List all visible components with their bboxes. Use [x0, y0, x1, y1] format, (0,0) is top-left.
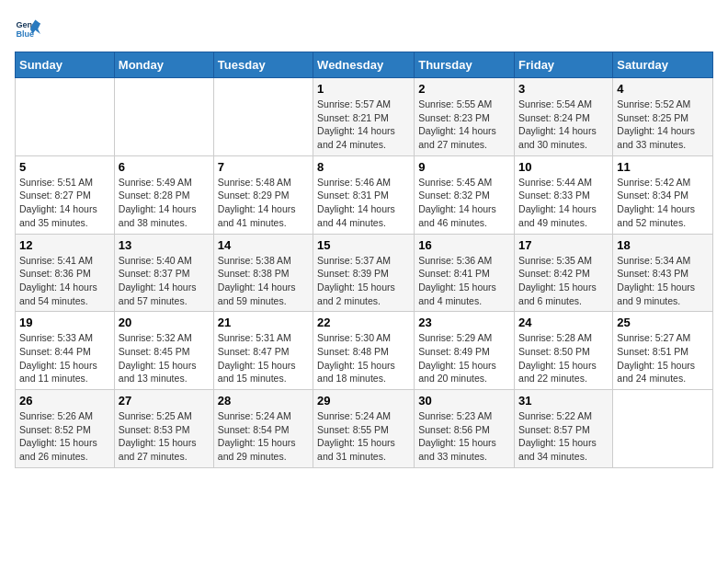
- calendar-cell: 27Sunrise: 5:25 AMSunset: 8:53 PMDayligh…: [114, 390, 213, 468]
- day-info: Sunrise: 5:52 AMSunset: 8:25 PMDaylight:…: [617, 98, 709, 152]
- day-info: Sunrise: 5:46 AMSunset: 8:31 PMDaylight:…: [317, 176, 410, 230]
- day-info: Sunrise: 5:37 AMSunset: 8:39 PMDaylight:…: [317, 254, 410, 308]
- day-number: 29: [317, 394, 410, 408]
- day-number: 28: [218, 394, 309, 408]
- day-number: 13: [119, 238, 210, 252]
- day-info: Sunrise: 5:32 AMSunset: 8:45 PMDaylight:…: [119, 331, 210, 385]
- day-info: Sunrise: 5:40 AMSunset: 8:37 PMDaylight:…: [119, 254, 210, 308]
- week-row-1: 1Sunrise: 5:57 AMSunset: 8:21 PMDaylight…: [16, 78, 713, 156]
- calendar-cell: [114, 78, 213, 156]
- calendar-cell: 18Sunrise: 5:34 AMSunset: 8:43 PMDayligh…: [613, 234, 713, 312]
- day-info: Sunrise: 5:31 AMSunset: 8:47 PMDaylight:…: [218, 331, 309, 385]
- calendar-cell: 23Sunrise: 5:29 AMSunset: 8:49 PMDayligh…: [415, 312, 515, 390]
- day-number: 25: [617, 316, 709, 329]
- day-number: 17: [518, 238, 609, 252]
- calendar-cell: [213, 78, 313, 156]
- calendar-cell: 17Sunrise: 5:35 AMSunset: 8:42 PMDayligh…: [515, 234, 613, 312]
- calendar-cell: 24Sunrise: 5:28 AMSunset: 8:50 PMDayligh…: [515, 312, 613, 390]
- day-number: 19: [19, 316, 110, 329]
- day-number: 18: [617, 238, 709, 252]
- weekday-header-saturday: Saturday: [613, 52, 713, 78]
- weekday-header-thursday: Thursday: [415, 52, 515, 78]
- day-info: Sunrise: 5:55 AMSunset: 8:23 PMDaylight:…: [418, 98, 510, 152]
- day-info: Sunrise: 5:42 AMSunset: 8:34 PMDaylight:…: [617, 176, 709, 230]
- day-info: Sunrise: 5:24 AMSunset: 8:54 PMDaylight:…: [218, 409, 309, 464]
- day-number: 4: [617, 82, 709, 96]
- weekday-header-friday: Friday: [515, 52, 613, 78]
- day-info: Sunrise: 5:24 AMSunset: 8:55 PMDaylight:…: [317, 409, 410, 464]
- weekday-header-sunday: Sunday: [16, 52, 115, 78]
- day-number: 9: [418, 160, 510, 174]
- day-info: Sunrise: 5:51 AMSunset: 8:27 PMDaylight:…: [19, 176, 110, 230]
- weekday-header-row: SundayMondayTuesdayWednesdayThursdayFrid…: [16, 52, 713, 78]
- day-info: Sunrise: 5:35 AMSunset: 8:42 PMDaylight:…: [518, 254, 609, 308]
- calendar-cell: 20Sunrise: 5:32 AMSunset: 8:45 PMDayligh…: [114, 312, 213, 390]
- calendar-cell: 31Sunrise: 5:22 AMSunset: 8:57 PMDayligh…: [515, 390, 613, 468]
- week-row-3: 12Sunrise: 5:41 AMSunset: 8:36 PMDayligh…: [16, 234, 713, 312]
- day-number: 30: [418, 394, 510, 408]
- day-info: Sunrise: 5:26 AMSunset: 8:52 PMDaylight:…: [19, 409, 110, 464]
- calendar-cell: 3Sunrise: 5:54 AMSunset: 8:24 PMDaylight…: [515, 78, 613, 156]
- day-info: Sunrise: 5:45 AMSunset: 8:32 PMDaylight:…: [418, 176, 510, 230]
- day-number: 26: [19, 394, 110, 408]
- day-number: 3: [518, 82, 609, 96]
- day-number: 20: [119, 316, 210, 329]
- weekday-header-tuesday: Tuesday: [213, 52, 313, 78]
- day-info: Sunrise: 5:49 AMSunset: 8:28 PMDaylight:…: [119, 176, 210, 230]
- weekday-header-wednesday: Wednesday: [313, 52, 415, 78]
- day-number: 15: [317, 238, 410, 252]
- day-number: 10: [518, 160, 609, 174]
- calendar-cell: 9Sunrise: 5:45 AMSunset: 8:32 PMDaylight…: [415, 155, 515, 234]
- day-info: Sunrise: 5:44 AMSunset: 8:33 PMDaylight:…: [518, 176, 609, 230]
- calendar-cell: 15Sunrise: 5:37 AMSunset: 8:39 PMDayligh…: [313, 234, 415, 312]
- day-info: Sunrise: 5:33 AMSunset: 8:44 PMDaylight:…: [19, 331, 110, 385]
- calendar-cell: 13Sunrise: 5:40 AMSunset: 8:37 PMDayligh…: [114, 234, 213, 312]
- day-number: 12: [19, 238, 110, 252]
- calendar-cell: [613, 390, 713, 468]
- calendar-cell: 12Sunrise: 5:41 AMSunset: 8:36 PMDayligh…: [16, 234, 115, 312]
- weekday-header-monday: Monday: [114, 52, 213, 78]
- calendar-cell: [16, 78, 115, 156]
- calendar-cell: 29Sunrise: 5:24 AMSunset: 8:55 PMDayligh…: [313, 390, 415, 468]
- page-header: General Blue: [15, 15, 713, 40]
- calendar-cell: 4Sunrise: 5:52 AMSunset: 8:25 PMDaylight…: [613, 78, 713, 156]
- calendar-cell: 7Sunrise: 5:48 AMSunset: 8:29 PMDaylight…: [213, 155, 313, 234]
- calendar-cell: 8Sunrise: 5:46 AMSunset: 8:31 PMDaylight…: [313, 155, 415, 234]
- day-number: 27: [119, 394, 210, 408]
- calendar-cell: 16Sunrise: 5:36 AMSunset: 8:41 PMDayligh…: [415, 234, 515, 312]
- calendar-cell: 2Sunrise: 5:55 AMSunset: 8:23 PMDaylight…: [415, 78, 515, 156]
- day-number: 11: [617, 160, 709, 174]
- calendar-table: SundayMondayTuesdayWednesdayThursdayFrid…: [15, 52, 713, 468]
- week-row-2: 5Sunrise: 5:51 AMSunset: 8:27 PMDaylight…: [16, 155, 713, 234]
- day-number: 22: [317, 316, 410, 329]
- day-number: 24: [518, 316, 609, 329]
- day-info: Sunrise: 5:48 AMSunset: 8:29 PMDaylight:…: [218, 176, 309, 230]
- day-number: 31: [518, 394, 609, 408]
- day-number: 16: [418, 238, 510, 252]
- calendar-cell: 11Sunrise: 5:42 AMSunset: 8:34 PMDayligh…: [613, 155, 713, 234]
- day-info: Sunrise: 5:29 AMSunset: 8:49 PMDaylight:…: [418, 331, 510, 385]
- logo: General Blue: [15, 15, 44, 40]
- day-number: 6: [119, 160, 210, 174]
- day-number: 2: [418, 82, 510, 96]
- calendar-cell: 28Sunrise: 5:24 AMSunset: 8:54 PMDayligh…: [213, 390, 313, 468]
- day-info: Sunrise: 5:38 AMSunset: 8:38 PMDaylight:…: [218, 254, 309, 308]
- day-info: Sunrise: 5:23 AMSunset: 8:56 PMDaylight:…: [418, 409, 510, 464]
- day-info: Sunrise: 5:22 AMSunset: 8:57 PMDaylight:…: [518, 409, 609, 464]
- calendar-cell: 19Sunrise: 5:33 AMSunset: 8:44 PMDayligh…: [16, 312, 115, 390]
- calendar-cell: 25Sunrise: 5:27 AMSunset: 8:51 PMDayligh…: [613, 312, 713, 390]
- calendar-cell: 6Sunrise: 5:49 AMSunset: 8:28 PMDaylight…: [114, 155, 213, 234]
- day-info: Sunrise: 5:28 AMSunset: 8:50 PMDaylight:…: [518, 331, 609, 385]
- day-info: Sunrise: 5:30 AMSunset: 8:48 PMDaylight:…: [317, 331, 410, 385]
- day-number: 14: [218, 238, 309, 252]
- day-number: 23: [418, 316, 510, 329]
- calendar-cell: 5Sunrise: 5:51 AMSunset: 8:27 PMDaylight…: [16, 155, 115, 234]
- day-info: Sunrise: 5:41 AMSunset: 8:36 PMDaylight:…: [19, 254, 110, 308]
- day-info: Sunrise: 5:36 AMSunset: 8:41 PMDaylight:…: [418, 254, 510, 308]
- calendar-cell: 26Sunrise: 5:26 AMSunset: 8:52 PMDayligh…: [16, 390, 115, 468]
- day-info: Sunrise: 5:25 AMSunset: 8:53 PMDaylight:…: [119, 409, 210, 464]
- calendar-cell: 21Sunrise: 5:31 AMSunset: 8:47 PMDayligh…: [213, 312, 313, 390]
- day-number: 21: [218, 316, 309, 329]
- day-number: 8: [317, 160, 410, 174]
- week-row-4: 19Sunrise: 5:33 AMSunset: 8:44 PMDayligh…: [16, 312, 713, 390]
